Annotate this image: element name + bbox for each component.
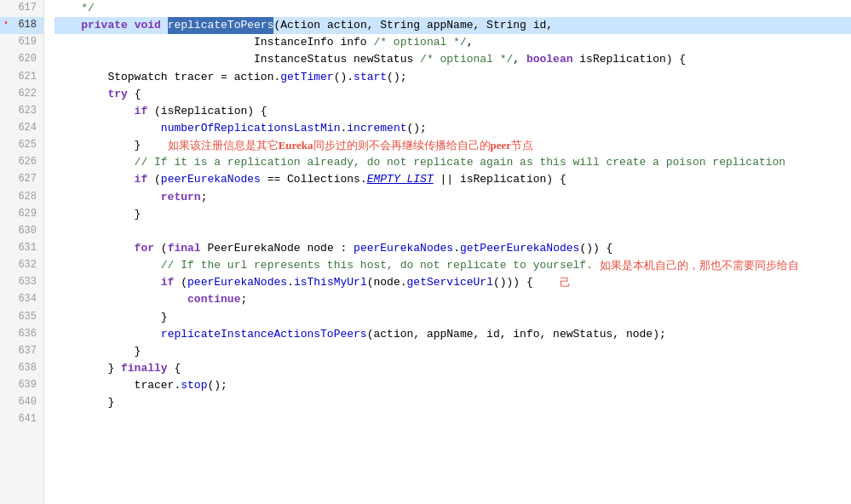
code-line-620: InstanceStatus newStatus /* optional */,… (55, 51, 851, 68)
code-line-617: */ (55, 0, 851, 17)
code-line-634: continue; (55, 291, 851, 308)
line-num-618: 618 (0, 17, 43, 34)
line-num-619: 619 (0, 34, 43, 51)
code-editor: 617 618 619 620 621 622 623 624 625 626 … (0, 0, 851, 504)
code-area: 617 618 619 620 621 622 623 624 625 626 … (0, 0, 851, 504)
code-line-621: Stopwatch tracer = action.getTimer().sta… (55, 69, 851, 86)
code-line-630 (55, 223, 851, 240)
code-line-624: numberOfReplicationsLastMin.increment(); (55, 120, 851, 137)
code-line-632: // If the url represents this host, do n… (55, 257, 851, 274)
code-line-627: if (peerEurekaNodes == Collections.EMPTY… (55, 171, 851, 188)
code-line-636: replicateInstanceActionsToPeers(action, … (55, 326, 851, 343)
code-line-625: } 如果该注册信息是其它Eureka同步过的则不会再继续传播给自己的peer节点 (55, 137, 851, 154)
line-num-623: 623 (0, 103, 43, 120)
code-line-618: private void replicateToPeers(Action act… (55, 17, 851, 34)
line-num-637: 637 (0, 343, 43, 360)
line-num-630: 630 (0, 223, 43, 240)
line-num-641: 641 (0, 411, 43, 428)
code-content[interactable]: */ private void replicateToPeers(Action … (44, 0, 851, 504)
code-line-641 (55, 411, 851, 428)
line-num-638: 638 (0, 360, 43, 377)
code-line-637: } (55, 343, 851, 360)
code-line-619: InstanceInfo info /* optional */, (55, 34, 851, 51)
line-num-624: 624 (0, 120, 43, 137)
line-num-636: 636 (0, 326, 43, 343)
line-num-621: 621 (0, 69, 43, 86)
line-num-628: 628 (0, 189, 43, 206)
line-num-625: 625 (0, 137, 43, 154)
code-line-640: } (55, 394, 851, 411)
code-line-628: return; (55, 189, 851, 206)
line-num-634: 634 (0, 291, 43, 308)
line-num-635: 635 (0, 309, 43, 326)
line-num-620: 620 (0, 51, 43, 68)
line-num-629: 629 (0, 206, 43, 223)
code-line-638: } finally { (55, 360, 851, 377)
code-line-629: } (55, 206, 851, 223)
line-num-626: 626 (0, 154, 43, 171)
code-line-626: // If it is a replication already, do no… (55, 154, 851, 171)
code-line-623: if (isReplication) { (55, 103, 851, 120)
line-num-639: 639 (0, 377, 43, 394)
line-num-622: 622 (0, 86, 43, 103)
line-num-617: 617 (0, 0, 43, 17)
code-line-631: for (final PeerEurekaNode node : peerEur… (55, 240, 851, 257)
code-line-633: if (peerEurekaNodes.isThisMyUrl(node.get… (55, 274, 851, 291)
code-line-622: try { (55, 86, 851, 103)
line-num-627: 627 (0, 171, 43, 188)
line-numbers: 617 618 619 620 621 622 623 624 625 626 … (0, 0, 44, 504)
line-num-640: 640 (0, 394, 43, 411)
code-line-639: tracer.stop(); (55, 377, 851, 394)
line-num-633: 633 (0, 274, 43, 291)
line-num-632: 632 (0, 257, 43, 274)
code-line-635: } (55, 309, 851, 326)
line-num-631: 631 (0, 240, 43, 257)
